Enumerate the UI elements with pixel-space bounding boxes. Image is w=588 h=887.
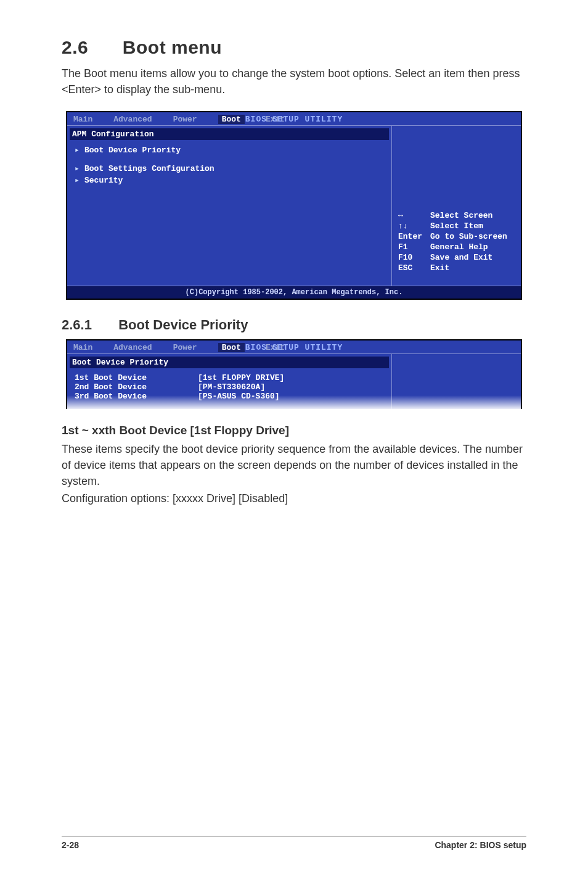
bios-field-label: 2nd Boot Device bbox=[75, 382, 198, 392]
bios-item-label: Boot Settings Configuration bbox=[84, 164, 214, 173]
submenu-arrow-icon: ▸ bbox=[75, 163, 84, 173]
bios-field-value: [1st FLOPPY DRIVE] bbox=[198, 373, 284, 382]
help-key: Enter bbox=[398, 232, 425, 241]
bios-tab-main[interactable]: Main bbox=[73, 343, 92, 352]
bios-panel-header: APM Configuration bbox=[70, 128, 389, 140]
arrow-left-right-icon: ↔ bbox=[398, 211, 425, 220]
option-config: Configuration options: [xxxxx Drive] [Di… bbox=[62, 490, 526, 506]
bios-boot-device-1[interactable]: 1st Boot Device [1st FLOPPY DRIVE] bbox=[75, 373, 384, 382]
page-number: 2-28 bbox=[62, 840, 79, 850]
section-title-text: Boot menu bbox=[123, 37, 222, 57]
bios-field-label: 3rd Boot Device bbox=[75, 392, 198, 401]
help-text: Go to Sub-screen bbox=[430, 232, 507, 241]
help-key: ESC bbox=[398, 263, 425, 273]
help-text: Save and Exit bbox=[430, 253, 492, 262]
bios-left-pane: APM Configuration ▸ Boot Device Priority… bbox=[67, 125, 391, 286]
bios-boot-device-2[interactable]: 2nd Boot Device [PM-ST330620A] bbox=[75, 382, 384, 392]
bios-tab-advanced[interactable]: Advanced bbox=[113, 115, 152, 124]
bios-help-pane: ↔Select Screen ↑↓Select Item EnterGo to … bbox=[391, 125, 521, 286]
bios-item-label: Boot Device Priority bbox=[84, 146, 181, 155]
bios-help-pane bbox=[391, 353, 521, 409]
bios-tab-main[interactable]: Main bbox=[73, 115, 92, 124]
bios-item-boot-device-priority[interactable]: ▸ Boot Device Priority bbox=[75, 145, 384, 155]
help-text: Select Screen bbox=[430, 211, 492, 220]
bios-left-pane: Boot Device Priority 1st Boot Device [1s… bbox=[67, 353, 391, 409]
bios-item-security[interactable]: ▸ Security bbox=[75, 175, 384, 185]
bios-tab-power[interactable]: Power bbox=[173, 115, 197, 124]
chapter-label: Chapter 2: BIOS setup bbox=[435, 840, 526, 850]
help-key: F10 bbox=[398, 253, 425, 262]
bios-screenshot-boot-priority: BIOS SETUP UTILITY Main Advanced Power B… bbox=[66, 339, 522, 409]
bios-item-boot-settings-configuration[interactable]: ▸ Boot Settings Configuration bbox=[75, 163, 384, 173]
bios-field-value: [PS-ASUS CD-S360] bbox=[198, 392, 280, 401]
subsection-heading: 2.6.1 Boot Device Priority bbox=[62, 317, 526, 333]
section-number: 2.6 bbox=[62, 37, 117, 58]
bios-tab-power[interactable]: Power bbox=[173, 343, 197, 352]
bios-tab-advanced[interactable]: Advanced bbox=[113, 343, 152, 352]
option-description: These items specify the boot device prio… bbox=[62, 441, 526, 489]
subsection-number: 2.6.1 bbox=[62, 317, 115, 333]
bios-panel-header: Boot Device Priority bbox=[70, 357, 389, 368]
subsection-title-text: Boot Device Priority bbox=[118, 317, 248, 332]
bios-tab-exit[interactable]: Exit bbox=[266, 343, 285, 352]
bios-field-label: 1st Boot Device bbox=[75, 373, 198, 382]
submenu-arrow-icon: ▸ bbox=[75, 175, 84, 185]
bios-tab-exit[interactable]: Exit bbox=[266, 115, 285, 124]
bios-boot-device-3[interactable]: 3rd Boot Device [PS-ASUS CD-S360] bbox=[75, 392, 384, 401]
help-text: General Help bbox=[430, 242, 488, 252]
help-text: Exit bbox=[430, 263, 449, 273]
bios-screenshot-boot-menu: BIOS SETUP UTILITY Main Advanced Power B… bbox=[66, 111, 522, 300]
help-text: Select Item bbox=[430, 221, 483, 231]
bios-menu-bar: BIOS SETUP UTILITY Main Advanced Power B… bbox=[67, 340, 521, 353]
option-heading: 1st ~ xxth Boot Device [1st Floppy Drive… bbox=[62, 424, 526, 437]
arrow-up-down-icon: ↑↓ bbox=[398, 221, 425, 231]
bios-menu-bar: BIOS SETUP UTILITY Main Advanced Power B… bbox=[67, 112, 521, 125]
bios-item-label: Security bbox=[84, 176, 123, 185]
help-key: F1 bbox=[398, 242, 425, 252]
bios-tab-boot[interactable]: Boot bbox=[218, 115, 245, 124]
bios-field-value: [PM-ST330620A] bbox=[198, 382, 265, 392]
submenu-arrow-icon: ▸ bbox=[75, 145, 84, 155]
bios-tab-boot[interactable]: Boot bbox=[218, 343, 245, 352]
section-intro: The Boot menu items allow you to change … bbox=[62, 65, 526, 97]
bios-copyright: (C)Copyright 1985-2002, American Megatre… bbox=[67, 286, 521, 299]
section-heading: 2.6 Boot menu bbox=[62, 37, 526, 58]
